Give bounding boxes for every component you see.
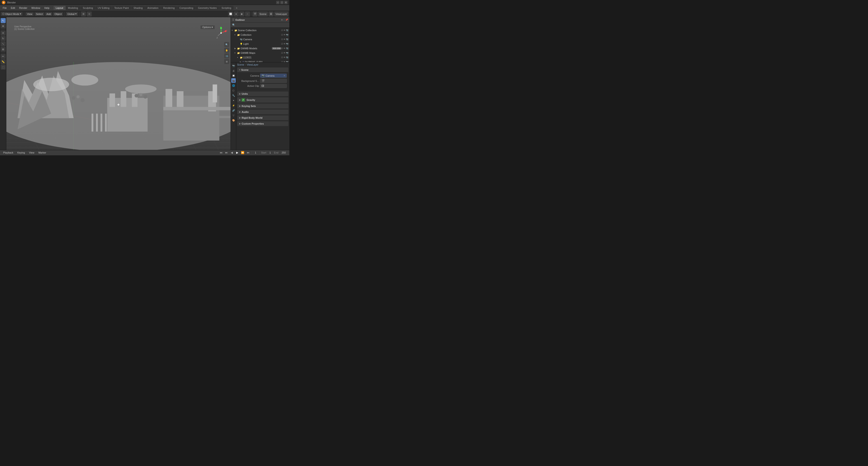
custom-props-header[interactable]: ▶ Custom Properties	[237, 121, 288, 126]
vis-btn[interactable]: ☑	[281, 61, 283, 62]
vis-btn3[interactable]: 📷	[286, 38, 288, 40]
menu-render[interactable]: Render	[18, 6, 29, 10]
vis-btn3[interactable]: 📷	[286, 34, 288, 36]
outliner-item-mesh1[interactable]: ▶ ▽ 0x1B6A0_0.001 ☑ 👁 📷	[231, 60, 289, 62]
viewport-3d[interactable]: User Perspective (1) Scene Collection Op…	[6, 17, 230, 150]
zoom-in-button[interactable]: 🔍	[224, 42, 229, 47]
select-tool[interactable]: ↖	[1, 18, 6, 23]
measure-tool[interactable]: 📏	[1, 59, 6, 64]
vis-btn2[interactable]: 👁	[283, 47, 285, 50]
render-region[interactable]: 🖼	[269, 11, 274, 17]
tab-shading[interactable]: Shading	[131, 6, 145, 10]
add-workspace-button[interactable]: +	[234, 5, 239, 10]
bg-value[interactable]: 🎬	[260, 79, 287, 83]
tab-geometry-nodes[interactable]: Geometry Nodes	[196, 6, 219, 10]
view-grid[interactable]: ⊞	[224, 59, 229, 64]
camera-value[interactable]: 📷 Camera ✕	[260, 73, 287, 78]
menu-edit[interactable]: Edit	[9, 6, 17, 10]
scale-tool[interactable]: ⤡	[1, 41, 6, 46]
tab-modeling[interactable]: Modeling	[66, 6, 81, 10]
vis-btn[interactable]: ☑	[281, 52, 283, 54]
outliner-item-gwmb-maps[interactable]: ▾ 📁 GWMB Maps ☑ 👁 📷	[231, 51, 289, 55]
cursor-tool[interactable]: ⊕	[1, 24, 6, 29]
move-tool[interactable]: ✛	[1, 31, 6, 35]
vis-btn[interactable]: ☑	[281, 47, 283, 50]
vis-btn3[interactable]: 📷	[286, 61, 288, 62]
breadcrumb-viewlayer[interactable]: ViewLayer	[247, 63, 258, 66]
vis-btn2[interactable]: 👁	[283, 52, 285, 54]
add-menu[interactable]: Add	[45, 12, 53, 16]
view-menu-tl[interactable]: View	[28, 151, 36, 154]
vis-btn2[interactable]: 👁	[283, 56, 285, 59]
rigid-body-world-header[interactable]: ▶ Rigid Body World	[237, 116, 288, 120]
viewport-compass[interactable]: X Y Z	[214, 26, 228, 40]
tab-scripting[interactable]: Scripting	[219, 6, 234, 10]
hand-tool[interactable]: ✋	[224, 48, 229, 53]
restrict-viewport-btn[interactable]: 👁	[283, 29, 285, 31]
physics-props-btn[interactable]: ⚡	[231, 103, 236, 107]
render-props-btn[interactable]: 📷	[231, 63, 236, 68]
outliner-item-gwmb-models[interactable]: ▶ 📁 GWMB Models 910 259 ☑ 👁 📷	[231, 46, 289, 51]
outliner-item-light[interactable]: ▶ 💡 Light ☑ 👁 📷	[231, 41, 289, 46]
material-props-btn[interactable]: 🎨	[231, 118, 236, 123]
keying-sets-header[interactable]: ▶ Keying Sets	[237, 104, 288, 108]
scene-name[interactable]: Scene	[258, 11, 268, 17]
tab-layout[interactable]: Layout	[54, 6, 66, 10]
vis-btn[interactable]: ☑	[281, 38, 283, 40]
play-back-btn[interactable]: ◀	[230, 151, 234, 155]
gravity-checkbox[interactable]: ✓	[242, 98, 245, 101]
viewport-shading-render[interactable]: ○	[245, 11, 250, 17]
modifier-props-btn[interactable]: 🔧	[231, 93, 236, 98]
outliner-item-113021[interactable]: ▾ 📁 113021 ☑ 👁 📷	[231, 55, 289, 60]
units-section-header[interactable]: ▶ Units	[237, 92, 288, 96]
clip-value[interactable]: 🎞	[260, 84, 287, 88]
mode-selector[interactable]: ⬡ Object Mode ▾	[1, 12, 23, 16]
jump-to-end-btn[interactable]: ⏭	[246, 151, 250, 155]
vis-btn2[interactable]: 👁	[283, 43, 285, 45]
gravity-section-header[interactable]: ▶ ✓ Gravity	[237, 97, 288, 102]
viewport-shading-solid[interactable]: ●	[234, 11, 239, 17]
vis-btn2[interactable]: 👁	[283, 34, 285, 36]
outliner-sort-btn[interactable]: ↕	[283, 19, 285, 21]
menu-help[interactable]: Help	[42, 6, 51, 10]
constraints-props-btn[interactable]: 🔗	[231, 108, 236, 113]
viewport-shading-wireframe[interactable]: ⬜	[228, 11, 233, 17]
audio-section-header[interactable]: ▶ Audio	[237, 110, 288, 114]
jump-to-start-btn[interactable]: ⏮	[219, 151, 223, 155]
tab-sculpting[interactable]: Sculpting	[81, 6, 95, 10]
tab-animation[interactable]: Animation	[145, 6, 161, 10]
vis-btn3[interactable]: 📷	[286, 52, 288, 54]
outliner-item-scene-collection[interactable]: ▾ 📁 Scene Collection ☑ 👁 📷	[231, 28, 289, 33]
view-menu[interactable]: View	[26, 12, 34, 16]
tab-compositing[interactable]: Compositing	[177, 6, 195, 10]
scene-props-btn[interactable]: 🎬	[231, 78, 236, 83]
rotate-tool[interactable]: ↻	[1, 36, 6, 41]
vis-btn3[interactable]: 📷	[286, 47, 288, 50]
vis-btn2[interactable]: 👁	[283, 38, 285, 40]
restrict-render-btn[interactable]: 📷	[286, 29, 288, 31]
minimize-button[interactable]: ─	[276, 1, 279, 4]
scene-section-header[interactable]: ▾ Scene	[237, 68, 288, 72]
play-btn[interactable]: ▶	[235, 151, 239, 155]
viewport-shading-material[interactable]: ◉	[239, 11, 244, 17]
outliner-item-collection[interactable]: ▾ 📁 Collection ☑ 👁 📷	[231, 33, 289, 37]
viewlayer-name[interactable]: ViewLayer	[274, 11, 288, 17]
camera-clear-btn[interactable]: ✕	[283, 74, 285, 77]
vis-btn2[interactable]: 👁	[283, 61, 285, 62]
output-props-btn[interactable]: 🖨	[231, 68, 236, 73]
start-frame-input[interactable]: 1	[268, 151, 273, 154]
tab-uv-editing[interactable]: UV Editing	[95, 6, 112, 10]
add-cube-tool[interactable]: ⬚	[1, 65, 6, 70]
transform-selector[interactable]: Global ▾	[66, 12, 78, 16]
viewport-options-button[interactable]: Options ▾	[200, 25, 215, 29]
proportional-edit-button[interactable]: ⊙	[87, 11, 92, 17]
vis-btn[interactable]: ☑	[281, 43, 283, 45]
menu-file[interactable]: File	[1, 6, 8, 10]
object-props-btn[interactable]: ⬡	[231, 88, 236, 93]
restrict-select-btn[interactable]: ☑	[281, 29, 283, 31]
play-forward-btn[interactable]: ⏩	[241, 151, 245, 155]
annotate-tool[interactable]: ✏	[1, 54, 6, 59]
breadcrumb-scene[interactable]: Scene	[237, 63, 244, 66]
end-frame-input[interactable]: 250	[280, 151, 287, 154]
close-button[interactable]: ✕	[284, 1, 287, 4]
